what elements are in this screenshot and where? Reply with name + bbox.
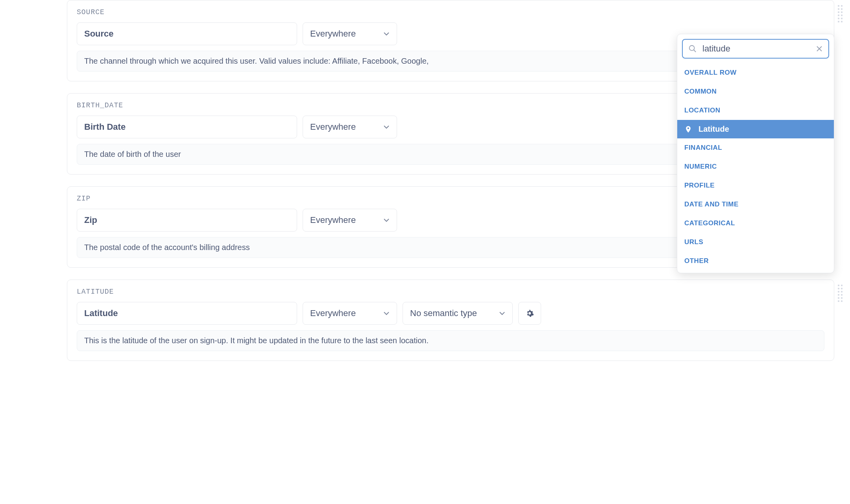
chevron-down-icon xyxy=(383,124,390,130)
field-card-latitude: LATITUDE Latitude Everywhere No semantic… xyxy=(67,280,834,361)
visibility-select[interactable]: Everywhere xyxy=(303,22,397,45)
dropdown-category-financial[interactable]: Financial xyxy=(677,138,834,157)
gear-icon xyxy=(525,309,534,318)
close-icon xyxy=(816,45,823,52)
chevron-down-icon xyxy=(383,310,390,316)
semantic-type-select[interactable]: No semantic type xyxy=(403,302,513,325)
visibility-select[interactable]: Everywhere xyxy=(303,302,397,325)
dropdown-category-common[interactable]: Common xyxy=(677,82,834,101)
field-description[interactable]: This is the latitude of the user on sign… xyxy=(77,330,824,351)
dropdown-category-profile[interactable]: Profile xyxy=(677,176,834,195)
dropdown-category-date-time[interactable]: Date and Time xyxy=(677,195,834,214)
drag-handle[interactable] xyxy=(838,284,846,357)
dropdown-category-overall-row[interactable]: Overall Row xyxy=(677,63,834,82)
chevron-down-icon xyxy=(383,217,390,223)
field-name-input[interactable]: Birth Date xyxy=(77,116,297,138)
dropdown-category-urls[interactable]: URLs xyxy=(677,233,834,252)
drag-handle[interactable] xyxy=(838,4,846,77)
dropdown-category-other[interactable]: Other xyxy=(677,252,834,270)
field-code: LATITUDE xyxy=(77,288,824,296)
field-name-input[interactable]: Latitude xyxy=(77,302,297,325)
chevron-down-icon xyxy=(383,31,390,37)
chevron-down-icon xyxy=(499,310,505,316)
field-code: SOURCE xyxy=(77,8,824,16)
dropdown-search xyxy=(682,39,829,59)
field-settings-button[interactable] xyxy=(518,302,541,325)
svg-point-0 xyxy=(689,46,695,51)
visibility-select[interactable]: Everywhere xyxy=(303,209,397,232)
visibility-select[interactable]: Everywhere xyxy=(303,116,397,138)
dropdown-category-categorical[interactable]: Categorical xyxy=(677,214,834,233)
dropdown-category-numeric[interactable]: Numeric xyxy=(677,157,834,176)
field-name-input[interactable]: Source xyxy=(77,22,297,45)
search-icon xyxy=(688,44,697,53)
semantic-type-dropdown: Overall Row Common Location Latitude Fin… xyxy=(677,34,834,273)
field-name-input[interactable]: Zip xyxy=(77,209,297,232)
dropdown-category-location[interactable]: Location xyxy=(677,101,834,120)
svg-line-1 xyxy=(694,50,696,52)
field-row: Latitude Everywhere No semantic type xyxy=(77,302,824,325)
dropdown-search-input[interactable] xyxy=(702,44,816,54)
dropdown-item-latitude[interactable]: Latitude xyxy=(677,120,834,138)
location-pin-icon xyxy=(684,125,692,134)
dropdown-clear-button[interactable] xyxy=(816,45,823,52)
